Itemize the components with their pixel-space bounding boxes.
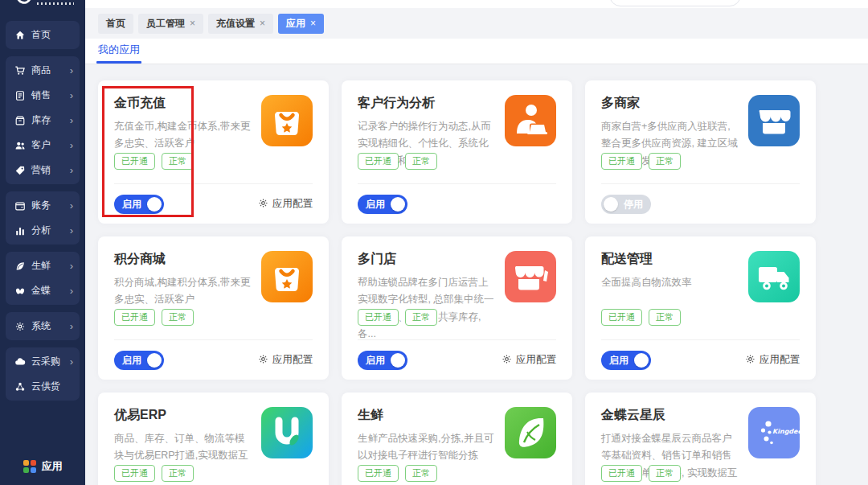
sidebar-group: 账务›分析› xyxy=(6,191,80,245)
logo xyxy=(16,0,74,5)
sidebar-item-fresh[interactable]: 生鲜› xyxy=(6,253,80,278)
app-card-points-mall: 积分商城积分商城,构建积分体系,带来更多忠实、活跃客户已开通正常启用应用配置 xyxy=(98,236,329,380)
main-area: 首页员工管理×充值设置×应用× 我的应用 金币充值充值金币,构建金币体系,带来更… xyxy=(85,0,868,485)
sidebar-item-system[interactable]: 系统› xyxy=(6,314,80,339)
status-badge: 已开通 xyxy=(114,465,155,482)
card-footer: 启用应用配置 xyxy=(358,339,556,380)
sidebar-item-cloud-supply[interactable]: 云供货 xyxy=(6,374,80,399)
toggle-label: 启用 xyxy=(609,356,628,365)
tab-my-apps[interactable]: 我的应用 xyxy=(98,43,140,64)
page: 首页商品›销售›库存›客户›营销›账务›分析›生鲜›金蝶›系统›云采购›云供货 … xyxy=(0,0,868,485)
status-badges: 已开通正常 xyxy=(601,309,681,326)
sidebar-item-inventory[interactable]: 库存› xyxy=(6,108,80,133)
status-badge: 已开通 xyxy=(114,309,155,326)
status-badge: 已开通 xyxy=(601,309,642,326)
enable-toggle[interactable]: 启用 xyxy=(114,195,164,214)
toggle-label: 启用 xyxy=(122,199,141,209)
toggle-knob xyxy=(147,353,162,368)
search-input[interactable] xyxy=(609,0,741,6)
close-icon[interactable]: × xyxy=(190,18,195,29)
tab-recharge-settings[interactable]: 充值设置× xyxy=(208,14,273,34)
app-card-multi-store: 多门店帮助连锁品牌在多门店运营上实现数字化转型, 总部集中统一管理商品、价格、共… xyxy=(342,236,572,380)
app-card-gold-recharge: 金币充值充值金币,构建金币体系,带来更多忠实、活跃客户已开通正常启用应用配置 xyxy=(98,80,329,224)
enable-toggle[interactable]: 启用 xyxy=(601,351,651,370)
sidebar-item-label: 分析 xyxy=(31,224,70,237)
sidebar-item-goods[interactable]: 商品› xyxy=(6,58,80,83)
sidebar-item-analysis[interactable]: 分析› xyxy=(6,218,80,243)
gear-icon xyxy=(745,354,755,367)
sidebar-item-label: 生鲜 xyxy=(31,259,70,273)
enable-toggle[interactable]: 启用 xyxy=(358,195,407,214)
tab-employee-management[interactable]: 员工管理× xyxy=(138,14,203,34)
app-config-button[interactable]: 应用配置 xyxy=(745,353,800,367)
header xyxy=(85,0,868,8)
app-card-kingdee-cloud: 金蝶云星辰打通对接金蝶星辰云商品客户等基础资料、销售订单和销售退货单等单据模块,… xyxy=(585,393,816,485)
cabbage-leaf-icon xyxy=(505,407,556,458)
sidebar-item-label: 客户 xyxy=(31,138,70,152)
storefront-flag-icon xyxy=(505,251,556,302)
status-badge: 正常 xyxy=(649,309,681,326)
status-badges: 已开通正常 xyxy=(601,465,681,482)
chevron-right-icon: › xyxy=(70,200,73,211)
status-badges: 已开通正常 xyxy=(114,309,194,326)
apps-grid-icon xyxy=(23,460,36,473)
status-badge: 已开通 xyxy=(114,153,155,170)
sidebar: 首页商品›销售›库存›客户›营销›账务›分析›生鲜›金蝶›系统›云采购›云供货 … xyxy=(0,0,85,485)
sidebar-item-label: 系统 xyxy=(31,319,70,333)
app-config-button[interactable]: 应用配置 xyxy=(258,197,313,211)
sidebar-apps-label: 应用 xyxy=(42,459,63,474)
chevron-right-icon: › xyxy=(70,140,73,150)
person-analysis-icon xyxy=(505,95,556,146)
status-badge: 正常 xyxy=(649,465,681,482)
app-config-button[interactable]: 应用配置 xyxy=(502,353,556,367)
sidebar-item-label: 首页 xyxy=(31,28,73,42)
logo-text xyxy=(37,2,74,5)
sidebar-item-sales[interactable]: 销售› xyxy=(6,83,80,108)
toggle-knob xyxy=(147,197,162,212)
card-footer: 启用应用配置 xyxy=(114,183,313,224)
sidebar-item-label: 库存 xyxy=(31,113,70,127)
sidebar-item-finance[interactable]: 账务› xyxy=(6,193,80,218)
sidebar-item-customers[interactable]: 客户› xyxy=(6,133,80,158)
card-footer: 启用应用配置 xyxy=(114,339,313,380)
sidebar-item-home[interactable]: 首页 xyxy=(6,23,80,47)
status-badges: 已开通正常 xyxy=(358,153,437,170)
app-config-button[interactable]: 应用配置 xyxy=(258,353,313,367)
status-badge: 正常 xyxy=(162,309,194,326)
close-icon[interactable]: × xyxy=(260,18,265,29)
bag-icon xyxy=(261,251,313,302)
status-badge: 已开通 xyxy=(358,153,399,170)
sidebar-group: 商品›销售›库存›客户›营销› xyxy=(6,56,80,184)
close-icon[interactable]: × xyxy=(310,18,316,29)
gear-icon xyxy=(502,354,512,367)
toggle-knob xyxy=(391,197,405,212)
svg-text:Kingdee: Kingdee xyxy=(772,428,800,435)
sidebar-item-label: 销售 xyxy=(31,88,70,102)
enable-toggle[interactable]: 启用 xyxy=(114,351,164,370)
status-badges: 已开通正常 xyxy=(358,309,437,326)
toggle-label: 停用 xyxy=(624,199,643,209)
cloud-purchase-icon xyxy=(14,356,26,368)
tab-home[interactable]: 首页 xyxy=(98,14,133,34)
app-card-grid: 金币充值充值金币,构建金币体系,带来更多忠实、活跃客户已开通正常启用应用配置客户… xyxy=(98,80,855,485)
toggle-knob xyxy=(604,197,618,212)
tab-apps[interactable]: 应用× xyxy=(278,14,324,34)
sidebar-item-cloud-purchase[interactable]: 云采购› xyxy=(6,349,80,374)
status-badges: 已开通正常 xyxy=(114,465,194,482)
chevron-right-icon: › xyxy=(70,115,73,125)
toggle-label: 启用 xyxy=(366,356,385,365)
finance-wallet-icon xyxy=(14,200,26,212)
app-config-label: 应用配置 xyxy=(272,353,313,367)
enable-toggle[interactable]: 启用 xyxy=(358,351,407,370)
chevron-right-icon: › xyxy=(70,356,73,367)
enable-toggle[interactable]: 停用 xyxy=(601,195,651,214)
sidebar-item-kingdee[interactable]: 金蝶› xyxy=(6,278,80,303)
toggle-knob xyxy=(634,353,649,368)
system-gear-icon xyxy=(14,321,26,332)
status-badges: 已开通正常 xyxy=(114,153,194,170)
sidebar-item-marketing[interactable]: 营销› xyxy=(6,158,80,183)
customers-icon xyxy=(14,140,26,151)
sidebar-item-apps[interactable]: 应用 xyxy=(0,459,85,474)
sidebar-item-label: 云供货 xyxy=(31,380,73,393)
chevron-right-icon: › xyxy=(70,261,73,271)
